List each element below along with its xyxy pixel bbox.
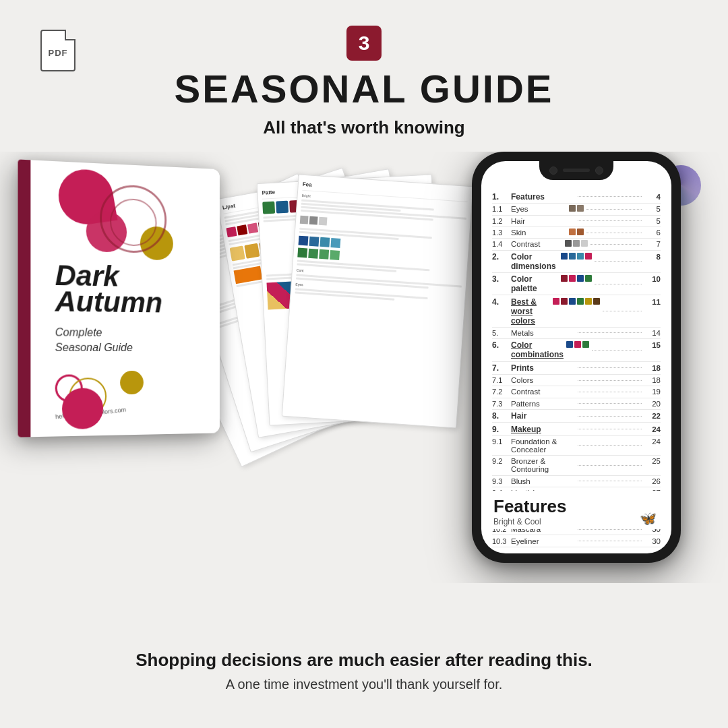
- main-content: Blush Skin Some fe: [0, 152, 728, 583]
- phone-container: 1.Features41.1Eyes51.2Hair51.3Skin61.4Co…: [472, 152, 694, 570]
- toc-row-18: 9.3Blush26: [492, 476, 661, 487]
- toc-row-11: 7.1Colors18: [492, 375, 661, 386]
- toc-row-0: 1.Features4: [492, 191, 661, 204]
- toc-row-3: 1.3Skin6: [492, 227, 661, 239]
- features-title: Features: [493, 496, 659, 517]
- book-content: Dark Autumn Complete Seasonal Guide hell…: [30, 160, 219, 437]
- subtitle: All that's worth knowing: [0, 117, 728, 138]
- top-section: 3 SEASONAL GUIDE All that's worth knowin…: [0, 0, 728, 138]
- fan-page-5: Fea Bright: [282, 174, 473, 428]
- phone-speaker: [563, 169, 590, 172]
- toc-row-9: 6.Color combinations15: [492, 339, 661, 361]
- butterfly-icon: 🦋: [640, 510, 657, 526]
- toc-row-8: 5.Metals14: [492, 328, 661, 339]
- toc-row-17: 9.2Bronzer & Contouring25: [492, 456, 661, 475]
- bottom-main-text: Shopping decisions are much easier after…: [135, 649, 593, 672]
- book-subtitle-text: Complete Seasonal Guide: [55, 326, 133, 353]
- toc-row-10: 7.Prints18: [492, 362, 661, 375]
- toc-row-5: 2.Color dimensions8: [492, 251, 661, 273]
- phone: 1.Features41.1Eyes51.2Hair51.3Skin61.4Co…: [472, 152, 681, 563]
- step-badge: 3: [346, 26, 382, 61]
- toc-row-2: 1.2Hair5: [492, 216, 661, 227]
- bottom-section: Shopping decisions are much easier after…: [0, 613, 728, 728]
- phone-camera-2: [595, 166, 603, 175]
- book-title-autumn: Autumn: [55, 287, 162, 317]
- book-spine: [18, 159, 31, 437]
- book-container: Dark Autumn Complete Seasonal Guide hell…: [18, 159, 245, 548]
- toc-row-1: 1.1Eyes5: [492, 204, 661, 215]
- toc-row-4: 1.4Contrast7: [492, 239, 661, 250]
- toc-row-14: 8.Hair22: [492, 410, 661, 423]
- toc-row-23: 10.3Eyeliner30: [492, 535, 661, 547]
- features-subtitle: Bright & Cool: [493, 517, 659, 526]
- toc-row-6: 3.Color palette10: [492, 273, 661, 295]
- phone-notch: [539, 161, 613, 180]
- toc-row-12: 7.2Contrast19: [492, 386, 661, 398]
- phone-screen: 1.Features41.1Eyes51.2Hair51.3Skin61.4Co…: [481, 161, 671, 553]
- phone-camera: [549, 166, 557, 175]
- book-pink-bottom: [62, 388, 103, 429]
- main-title: SEASONAL GUIDE: [0, 67, 728, 111]
- toc-row-7: 4.Best & worst colors11: [492, 295, 661, 327]
- book: Dark Autumn Complete Seasonal Guide hell…: [18, 159, 220, 437]
- toc-row-15: 9.Makeup24: [492, 423, 661, 435]
- toc-row-13: 7.3Patterns20: [492, 398, 661, 410]
- book-gold-circle2: [120, 371, 144, 394]
- bottom-sub-text: A one time investment you'll thank yours…: [226, 677, 503, 692]
- toc-row-16: 9.1Foundation & Concealer24: [492, 436, 661, 456]
- phone-features-bottom: Features Bright & Cool 🦋: [491, 491, 662, 529]
- book-subtitle: Complete Seasonal Guide: [55, 325, 133, 356]
